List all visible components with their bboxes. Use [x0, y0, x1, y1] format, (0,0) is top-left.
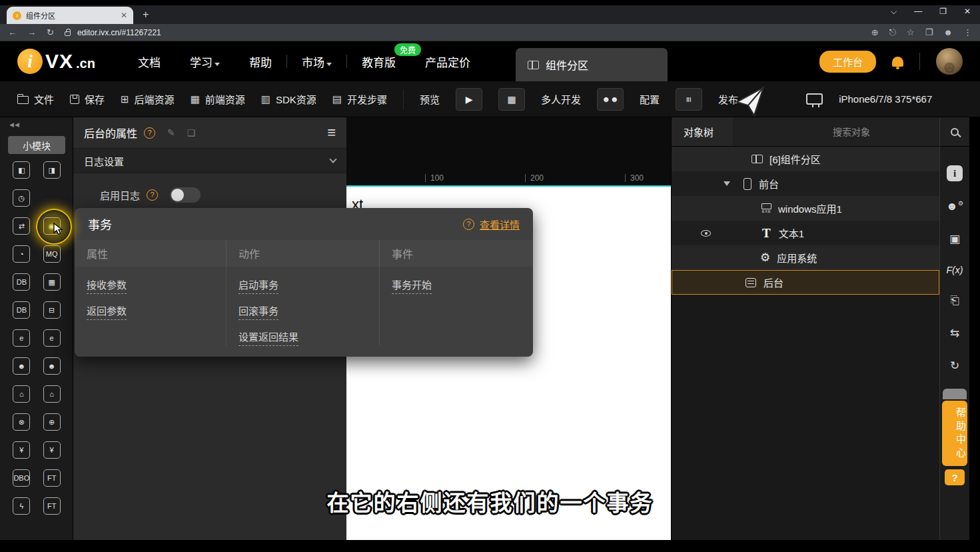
- help-question-icon[interactable]: ?: [144, 127, 155, 139]
- window-close-icon[interactable]: ✕: [964, 7, 971, 16]
- help-question-button[interactable]: ?: [945, 469, 965, 485]
- window-menu-icon[interactable]: ⌵: [891, 7, 897, 16]
- save-button[interactable]: 保存: [70, 92, 105, 106]
- module-icon[interactable]: FT: [43, 469, 61, 487]
- module-icon[interactable]: ⊗: [13, 413, 30, 431]
- exit-button[interactable]: ⎗: [950, 294, 959, 307]
- zoom-icon[interactable]: ⊕: [871, 27, 879, 37]
- backend-resources-button[interactable]: ⊞后端资源: [121, 92, 175, 106]
- enable-log-toggle[interactable]: [170, 187, 201, 203]
- tree-item-windows-app[interactable]: EXE windows应用1: [672, 196, 939, 221]
- sdk-resources-button[interactable]: ▥SDK资源: [261, 92, 316, 106]
- module-icon[interactable]: DB: [13, 273, 30, 291]
- nav-item-pricing[interactable]: 产品定价: [410, 53, 485, 70]
- preview-play-button[interactable]: ▶: [456, 88, 482, 111]
- tree-item-backend[interactable]: 后台: [672, 270, 939, 295]
- forward-icon[interactable]: →: [27, 27, 36, 37]
- formula-button[interactable]: F(x): [947, 265, 963, 275]
- window-maximize-icon[interactable]: ❐: [939, 7, 947, 16]
- ivx-logo[interactable]: i VX .cn: [17, 49, 95, 74]
- module-icon[interactable]: DBO: [13, 469, 30, 487]
- module-icon[interactable]: ▦: [43, 273, 61, 291]
- tree-item-app-system[interactable]: ⚙ 应用系统: [672, 245, 939, 270]
- profile-icon[interactable]: ☻: [943, 27, 953, 37]
- workbench-button[interactable]: 工作台: [819, 51, 876, 73]
- tab-close-icon[interactable]: ✕: [121, 11, 127, 20]
- multi-dev-button[interactable]: ☻☻: [597, 88, 624, 111]
- panel-menu-icon[interactable]: ≡: [327, 124, 336, 141]
- swap-panel-button[interactable]: ⇆: [950, 326, 959, 340]
- action-set-return-result[interactable]: 设置返回结果: [239, 329, 298, 346]
- notification-bell-icon[interactable]: [892, 57, 903, 67]
- copy-icon[interactable]: ❏: [187, 127, 196, 138]
- prop-receive-params[interactable]: 接收参数: [87, 277, 127, 294]
- qr-preview-button[interactable]: ▦: [498, 88, 525, 111]
- feedback-button[interactable]: ☻⚙: [946, 200, 963, 213]
- expand-caret-icon[interactable]: [724, 181, 730, 186]
- module-icon[interactable]: ☻: [13, 357, 30, 375]
- collapse-sidebar-icon[interactable]: ◀◀: [9, 121, 20, 128]
- device-monitor-icon[interactable]: [806, 93, 823, 105]
- module-icon[interactable]: ⊕: [43, 413, 61, 431]
- view-details-link[interactable]: 查看详情: [480, 217, 520, 231]
- collapsed-button[interactable]: [943, 389, 967, 399]
- tree-item-text[interactable]: T 文本1: [672, 221, 939, 245]
- module-icon[interactable]: ◧: [13, 161, 30, 179]
- prop-return-params[interactable]: 返回参数: [87, 303, 127, 320]
- dev-steps-button[interactable]: ▤开发步骤: [332, 92, 387, 106]
- share-icon[interactable]: ⎋: [889, 27, 896, 38]
- downloads-icon[interactable]: ❐: [925, 27, 933, 37]
- tree-item-partition[interactable]: [6]组件分区: [672, 147, 939, 171]
- action-rollback-transaction[interactable]: 回滚事务: [239, 303, 278, 320]
- module-icon[interactable]: ⇄: [13, 217, 30, 235]
- module-icon[interactable]: DB: [13, 301, 30, 319]
- search-input[interactable]: [733, 117, 939, 146]
- help-question-icon[interactable]: ?: [463, 219, 474, 230]
- module-icon[interactable]: ⌂: [43, 385, 61, 403]
- module-icon[interactable]: ◨: [43, 161, 61, 179]
- module-icon[interactable]: ☻: [43, 357, 61, 375]
- visibility-eye-icon[interactable]: [701, 230, 711, 237]
- nav-item-docs[interactable]: 文档: [123, 53, 175, 70]
- url-text[interactable]: editor.ivx.cn/#11267221: [77, 28, 861, 37]
- history-button[interactable]: ↻: [950, 359, 959, 373]
- file-menu-button[interactable]: 文件: [17, 92, 54, 106]
- help-center-button[interactable]: 帮助中心: [942, 401, 967, 466]
- window-minimize-icon[interactable]: —: [914, 7, 922, 16]
- module-icon[interactable]: ¥: [13, 441, 30, 459]
- bookmark-icon[interactable]: ☆: [907, 27, 915, 37]
- module-icon[interactable]: e: [13, 329, 30, 347]
- notes-button[interactable]: ▣: [949, 232, 960, 246]
- config-button[interactable]: ≡: [676, 88, 702, 111]
- nav-item-learn[interactable]: 学习: [175, 53, 235, 70]
- event-transaction-start[interactable]: 事务开始: [392, 277, 432, 294]
- help-question-icon[interactable]: ?: [147, 189, 158, 201]
- module-icon[interactable]: ⌂: [13, 385, 30, 403]
- search-button[interactable]: [940, 117, 969, 147]
- edit-icon[interactable]: ✎: [167, 127, 175, 138]
- module-icon[interactable]: MQ: [43, 245, 61, 263]
- publish-plane-icon[interactable]: [734, 85, 766, 119]
- module-icon[interactable]: ¥: [43, 441, 61, 459]
- module-icon[interactable]: ◷: [13, 189, 30, 207]
- nav-item-market[interactable]: 市场: [287, 53, 346, 70]
- active-project-tab[interactable]: 组件分区: [516, 48, 668, 81]
- browser-menu-icon[interactable]: ⋮: [963, 27, 972, 37]
- reload-icon[interactable]: ↻: [47, 27, 54, 37]
- frontend-resources-button[interactable]: ▦前端资源: [191, 92, 245, 106]
- user-avatar[interactable]: [936, 48, 963, 75]
- tree-item-frontend[interactable]: 前台: [672, 171, 939, 196]
- nav-item-help[interactable]: 帮助: [235, 53, 286, 70]
- nav-item-education[interactable]: 教育版免费: [347, 53, 410, 70]
- module-icon[interactable]: e: [43, 329, 61, 347]
- info-button[interactable]: i: [947, 165, 963, 181]
- new-tab-button[interactable]: +: [143, 9, 149, 21]
- action-start-transaction[interactable]: 启动事务: [239, 277, 278, 294]
- log-settings-section[interactable]: 日志设置: [73, 148, 346, 173]
- back-icon[interactable]: ←: [8, 27, 17, 37]
- device-selector[interactable]: iPhone6/7/8 375*667: [839, 93, 932, 105]
- module-icon[interactable]: ◔: [13, 245, 30, 263]
- browser-tab[interactable]: i 组件分区 ✕: [7, 7, 133, 24]
- small-module-button[interactable]: 小模块: [8, 136, 65, 154]
- module-icon[interactable]: ⊟: [43, 301, 61, 319]
